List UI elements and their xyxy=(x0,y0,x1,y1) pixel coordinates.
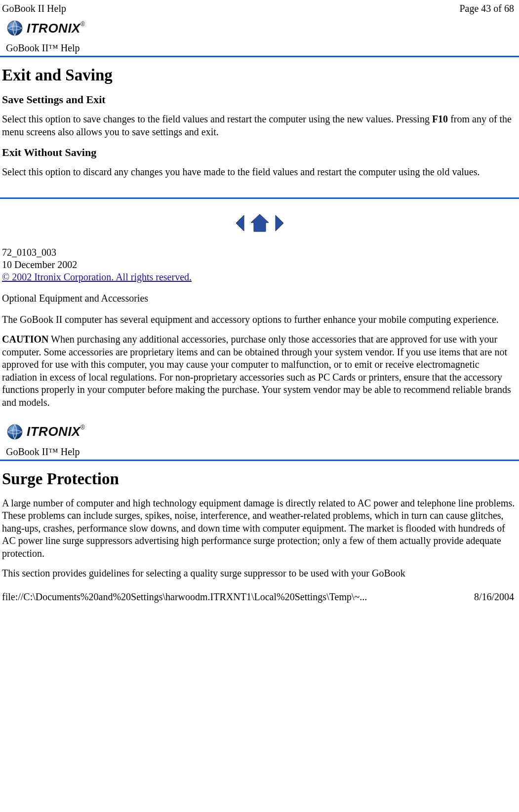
subsection-save-settings: Save Settings and Exit xyxy=(2,93,516,106)
nav-row xyxy=(0,199,519,246)
itronix-logo: ITRONIX® xyxy=(6,423,85,441)
surge-protection-para2: This section provides guidelines for sel… xyxy=(2,567,516,580)
logo-block: ITRONIX® xyxy=(0,419,519,445)
footer-path: file://C:\Documents%20and%20Settings\har… xyxy=(2,591,367,603)
page-footer: file://C:\Documents%20and%20Settings\har… xyxy=(0,582,519,606)
save-settings-paragraph: Select this option to save changes to th… xyxy=(2,113,516,138)
help-label: GoBook II™ Help xyxy=(6,446,80,457)
logo-registered-mark: ® xyxy=(80,424,85,431)
optional-equipment-section: Optional Equipment and Accessories The G… xyxy=(0,287,519,419)
help-label-row: GoBook II™ Help xyxy=(0,41,519,56)
section-title-exit-and-saving: Exit and Saving xyxy=(2,66,516,84)
surge-protection-section: Surge Protection A large number of compu… xyxy=(0,461,519,583)
itronix-logo: ITRONIX® xyxy=(6,19,85,37)
help-label: GoBook II™ Help xyxy=(6,42,80,53)
globe-icon xyxy=(6,19,24,37)
optional-equipment-heading: Optional Equipment and Accessories xyxy=(2,292,516,305)
logo-brand-text: ITRONIX xyxy=(27,21,80,36)
globe-icon xyxy=(6,423,24,441)
svg-marker-2 xyxy=(251,214,269,232)
logo-block: ITRONIX® xyxy=(0,15,519,41)
svg-point-0 xyxy=(7,21,22,36)
exit-without-saving-paragraph: Select this option to discard any change… xyxy=(2,166,516,179)
subsection-exit-without-saving: Exit Without Saving xyxy=(2,146,516,159)
logo-registered-mark: ® xyxy=(80,21,85,28)
section-title-surge-protection: Surge Protection xyxy=(2,470,516,488)
caution-paragraph: CAUTION When purchasing any additional a… xyxy=(2,333,516,409)
home-icon[interactable] xyxy=(249,213,271,233)
logo-brand-text: ITRONIX xyxy=(27,424,80,439)
key-f10: F10 xyxy=(432,114,448,124)
svg-marker-1 xyxy=(236,215,244,231)
surge-protection-para1: A large number of computer and high tech… xyxy=(2,497,516,560)
text-part: Select this option to save changes to th… xyxy=(2,114,432,124)
footer-date: 8/16/2004 xyxy=(474,591,514,603)
arrow-left-icon[interactable] xyxy=(234,213,245,233)
svg-point-4 xyxy=(7,425,22,439)
document-meta: 72_0103_003 10 December 2002 © 2002 Itro… xyxy=(0,246,519,287)
header-right: Page 43 of 68 xyxy=(459,3,514,14)
caution-label: CAUTION xyxy=(2,334,48,345)
svg-marker-3 xyxy=(276,215,283,231)
doc-id: 72_0103_003 xyxy=(2,246,516,259)
arrow-right-icon[interactable] xyxy=(275,213,285,233)
header-left: GoBook II Help xyxy=(2,3,66,14)
exit-and-saving-section: Exit and Saving Save Settings and Exit S… xyxy=(0,57,519,189)
page-header: GoBook II Help Page 43 of 68 xyxy=(0,0,519,15)
copyright-link[interactable]: © 2002 Itronix Corporation. All rights r… xyxy=(2,271,192,282)
optional-equipment-intro: The GoBook II computer has several equip… xyxy=(2,313,516,326)
caution-text: When purchasing any additional accessori… xyxy=(2,334,511,408)
help-label-row: GoBook II™ Help xyxy=(0,445,519,460)
doc-date: 10 December 2002 xyxy=(2,259,516,271)
